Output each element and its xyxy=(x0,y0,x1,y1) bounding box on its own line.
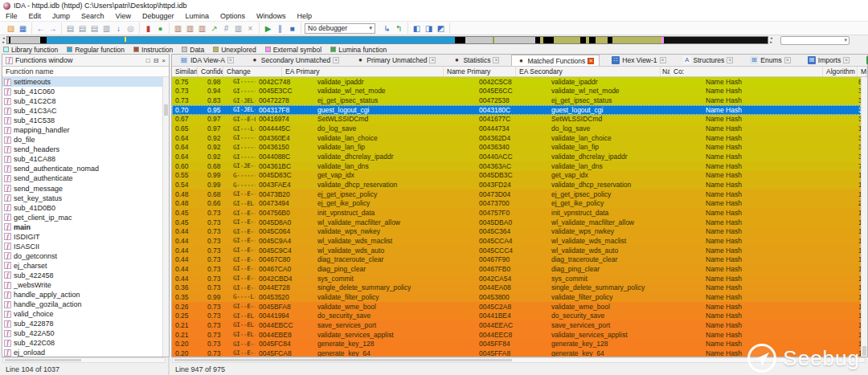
function-list-item[interactable]: ej_onload xyxy=(2,348,162,357)
col-name-primary[interactable]: Name Primary xyxy=(444,67,516,76)
function-list-item[interactable]: _websWrite xyxy=(2,280,162,290)
tab-ida-view-a[interactable]: ▤ IDA View-A × xyxy=(175,55,239,66)
functions-hscrollbar[interactable] xyxy=(2,357,166,363)
play-icon[interactable]: ▶ xyxy=(262,22,274,34)
matched-row[interactable]: 0.21 0.73 GI--EL- 0044EBE8 validate_serv… xyxy=(172,330,861,340)
matched-row[interactable]: 0.70 0.95 GI-JEL- 004317F8 guest_logout_… xyxy=(172,105,861,115)
debugger-select[interactable]: No debugger ▾ xyxy=(305,23,375,34)
matched-row[interactable]: 0.75 0.98 GI----- 0042C748 validate_ipad… xyxy=(172,77,861,87)
function-list-item[interactable]: send_message xyxy=(2,184,162,194)
matched-row[interactable]: 0.44 0.73 GI--E-- 00467C80 diag_tracerou… xyxy=(172,255,861,264)
functions-panel-header[interactable]: Functions window □⊟× xyxy=(2,55,169,67)
matched-row[interactable]: 0.64 0.92 GI----- 00436150 validate_lan_… xyxy=(172,143,861,153)
tab-enums[interactable]: ⊞ Enums × xyxy=(745,55,795,66)
col-similarity[interactable]: Similarity xyxy=(172,67,198,76)
function-list-item[interactable]: main xyxy=(2,222,162,232)
function-list-item[interactable]: ISDIGIT xyxy=(2,232,162,242)
scrollbar-thumb[interactable] xyxy=(164,104,168,116)
function-list-item[interactable]: do_file xyxy=(2,135,162,145)
col-comments[interactable]: Co: xyxy=(670,67,823,76)
tab-close-icon[interactable]: × xyxy=(493,57,499,63)
tab-primary-unmatched[interactable]: ● Primary Unmatched × xyxy=(351,55,440,66)
menu-item[interactable]: Options xyxy=(215,12,251,20)
patch-icon[interactable]: # xyxy=(220,22,232,34)
matched-row[interactable]: 0.73 0.94 GI----- 0045E3CC validate_wl_n… xyxy=(172,87,861,96)
menu-item[interactable]: View xyxy=(110,12,137,20)
navband-scroll-right[interactable]: ◂▸ xyxy=(768,36,774,44)
matched-row[interactable]: 0.64 0.92 GI----- 004360E4 validate_lan_… xyxy=(172,133,861,143)
function-list-item[interactable]: send_authenticate xyxy=(2,173,162,183)
navband-filter-box[interactable]: ▾ xyxy=(780,36,850,45)
matched-row[interactable]: 0.55 0.99 G------ 0045D83C get_vap_idx 0… xyxy=(172,171,861,181)
open-file-icon[interactable]: ▨ xyxy=(5,22,17,34)
forward-icon[interactable]: → xyxy=(47,22,59,34)
function-list-item[interactable]: sub_422878 xyxy=(2,319,162,328)
menu-item[interactable]: Search xyxy=(76,12,110,20)
menu-item[interactable]: Debugger xyxy=(137,12,180,20)
function-list-item[interactable]: mapping_handler xyxy=(2,125,162,135)
function-list-item[interactable]: valid_choice xyxy=(2,309,162,319)
matched-row[interactable]: 0.44 0.73 GI--E-- 00467CA0 diag_ping_cle… xyxy=(172,264,861,274)
matched-row[interactable]: 0.64 0.92 GI----- 0044088C validate_dhcr… xyxy=(172,152,861,161)
menu-item[interactable]: Windows xyxy=(251,12,292,20)
back-icon[interactable]: ← xyxy=(35,22,47,34)
save-icon[interactable]: ▦ xyxy=(17,22,29,34)
col-change[interactable]: Change xyxy=(223,67,282,76)
tab-matched-functions[interactable]: ● Matched Functions × xyxy=(511,55,600,66)
tab-close-icon[interactable]: × xyxy=(227,57,234,63)
chart-new-icon[interactable]: ▥ xyxy=(184,22,196,34)
navband-scroll-left[interactable]: ◂▸ xyxy=(1,36,6,44)
matched-row[interactable]: 0.44 0.73 GI--E-- 0045C064 validate_wps_… xyxy=(172,227,861,237)
matched-row[interactable]: 0.26 0.73 GI--E-- 0045BFA8 validate_wme_… xyxy=(172,302,861,312)
scrollbar-thumb[interactable] xyxy=(174,359,512,361)
tab-hex-view-1[interactable]: ∷ Hex View-1 × xyxy=(607,55,670,66)
function-list-item[interactable]: handle_gozila_action xyxy=(2,300,162,309)
tab-exports[interactable]: ⊞ Exports × xyxy=(862,55,868,66)
pause-icon[interactable]: ∥ xyxy=(274,22,286,34)
function-list-item[interactable]: sub_422458 xyxy=(2,271,162,280)
menu-item[interactable]: Jump xyxy=(47,12,76,20)
matched-row[interactable]: 0.21 0.73 GI--EL- 0044EBCC save_services… xyxy=(172,320,861,330)
function-list-item[interactable]: send_authenticate_nomad xyxy=(2,164,162,173)
col-algorithm[interactable]: Algorithm xyxy=(823,67,858,76)
col-name-secondary[interactable]: Name Secondary xyxy=(661,67,670,76)
panel-stack-button[interactable]: ⊟ xyxy=(154,57,159,64)
run-script-icon[interactable]: ↗ xyxy=(208,22,220,34)
matched-row[interactable]: 0.45 0.73 GI--E-- 0045D8A0 wl_validate_m… xyxy=(172,218,861,227)
function-list-item[interactable]: ej_charset xyxy=(2,261,162,271)
col-matched[interactable]: M xyxy=(858,67,867,76)
function-list-item[interactable]: sub_41CA88 xyxy=(2,154,162,164)
scrollbar-thumb[interactable] xyxy=(862,346,866,356)
matched-table-scrollbar[interactable] xyxy=(861,77,867,357)
navigation-band[interactable] xyxy=(6,36,768,44)
matched-row[interactable]: 0.44 0.73 GI--E-- 0045C9C4 wl_validate_w… xyxy=(172,246,861,255)
menu-item[interactable]: File xyxy=(0,12,23,20)
menu-item[interactable]: Lumina xyxy=(179,12,215,20)
desktop-window-icon[interactable]: ◧ xyxy=(411,22,423,34)
matched-row[interactable]: 0.44 0.73 GI--E-- 0045C9A4 wl_validate_w… xyxy=(172,236,861,246)
function-list-scrollbar[interactable] xyxy=(162,77,169,357)
function-list-item[interactable]: ISASCII xyxy=(2,242,162,251)
function-list-item[interactable]: sub_41D0B0 xyxy=(2,203,162,213)
snapshot-icon[interactable]: ▥ xyxy=(232,22,244,34)
close-window-icon[interactable]: × xyxy=(244,22,256,34)
tab-close-icon[interactable]: × xyxy=(727,57,733,63)
matched-row[interactable]: 0.44 0.73 GI--E-- 0042CBD4 sys_commit 00… xyxy=(172,274,861,283)
matched-row[interactable]: 0.73 0.83 GI-JEL- 00472278 ej_get_ipsec_… xyxy=(172,96,861,105)
jump-down-icon[interactable]: ↓ xyxy=(113,22,125,34)
function-list-item[interactable]: set_key_status xyxy=(2,194,162,203)
col-confidence[interactable]: Confide xyxy=(198,67,223,76)
tab-secondary-unmatched[interactable]: ● Secondary Unmatched × xyxy=(246,55,344,66)
tab-structures[interactable]: A Structures × xyxy=(678,55,739,66)
tab-imports[interactable]: ⊞ Imports × xyxy=(803,55,854,66)
load-desktop-icon[interactable]: ◨ xyxy=(423,22,435,34)
scrollbar-thumb[interactable] xyxy=(5,359,81,361)
search-icon[interactable]: ◎ xyxy=(125,22,137,34)
tab-close-icon[interactable]: × xyxy=(429,57,436,63)
tab-close-icon[interactable]: × xyxy=(588,58,594,64)
function-list-item[interactable]: sub_41C2C8 xyxy=(2,96,162,106)
matched-row[interactable]: 0.25 0.73 GI--EL- 00441994 do_security_s… xyxy=(172,311,861,320)
chart-icon[interactable]: ▥ xyxy=(172,22,184,34)
col-ea-secondary[interactable]: EA Secondary xyxy=(516,67,661,76)
save-desktop-icon[interactable]: ◩ xyxy=(435,22,447,34)
